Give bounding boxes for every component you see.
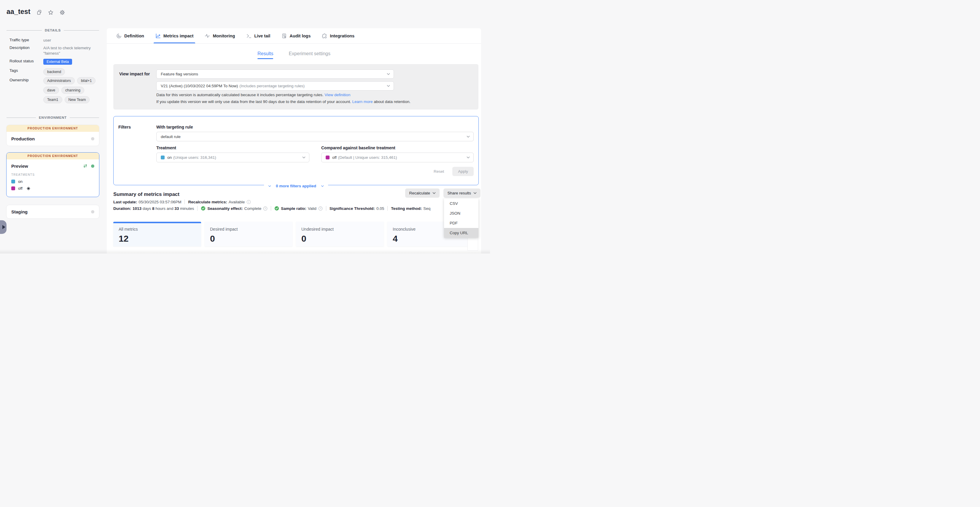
version-calculation-note: Data for this version is automatically c… (156, 92, 350, 97)
recalculate-button[interactable]: Recalculate (405, 188, 439, 198)
favorite-button[interactable] (48, 10, 53, 15)
description-row: Description A/A test to check telemetry … (10, 45, 98, 56)
version-note: (Includes percentage targeting rules) (239, 84, 305, 88)
apply-button[interactable]: Apply (452, 167, 474, 176)
owner-chip[interactable]: Administrators (43, 77, 75, 84)
chevron-down-icon (302, 156, 305, 158)
copy-name-button[interactable] (37, 10, 42, 15)
tags-row: Tags backend (10, 68, 65, 75)
environment-name: Production (11, 136, 91, 141)
summary-stats-row-2: Duration: 1013 days 8 hours and 33 minut… (113, 206, 430, 211)
owner-chip[interactable]: New Team (65, 96, 90, 103)
chevron-down-icon (387, 85, 390, 87)
baseline-label: Compared against baseline treatment (321, 145, 395, 150)
summary-stats-row-1: Last update: 05/30/2025 03:57:06PM Recal… (113, 199, 251, 204)
check-circle-icon (274, 206, 279, 211)
baseline-dropdown[interactable]: off (Default | Unique users: 315,461) (321, 153, 474, 163)
caret-right-icon (2, 225, 5, 229)
metric-card-desired-impact[interactable]: Desired impact 0 (205, 222, 293, 246)
impact-scope-dropdown[interactable]: Feature flag versions (156, 69, 394, 79)
details-heading-text: DETAILS (45, 29, 61, 32)
tab-metrics-impact[interactable]: Metrics impact (156, 28, 194, 43)
treatment-off-swatch (326, 156, 329, 159)
testing-method-value: Seq (423, 206, 430, 211)
tab-monitoring[interactable]: Monitoring (205, 28, 235, 43)
treatment-off-row: off (6, 185, 99, 192)
environment-card-preview[interactable]: PRODUCTION ENVIRONMENT Preview TREATMENT… (6, 152, 99, 197)
chevron-down-icon (387, 73, 390, 75)
targeting-rule-value: default rule (161, 134, 181, 139)
seasonality-label: Seasonality effect: (207, 206, 243, 211)
menu-scroll-remnant (468, 238, 478, 250)
rollout-status-badge: External Beta (43, 59, 72, 65)
treatment-dropdown[interactable]: on (Unique users: 316,341) (156, 153, 309, 163)
summary-title: Summary of metrics impact (113, 191, 180, 198)
tab-label: Live tail (254, 33, 270, 38)
view-definition-link[interactable]: View definition (325, 92, 350, 97)
learn-more-link[interactable]: Learn more (352, 99, 372, 104)
reset-button[interactable]: Reset (434, 169, 444, 174)
view-impact-label: View impact for (119, 72, 150, 76)
environment-card-production[interactable]: PRODUCTION ENVIRONMENT Production (6, 125, 99, 146)
treatment-off-label: off (18, 186, 22, 191)
tab-live-tail[interactable]: Live tail (246, 28, 270, 43)
version-value: V21 (Active) (10/03/2022 04:59PM To Now) (161, 84, 238, 88)
more-filters-toggle[interactable]: 0 more filters applied (264, 184, 328, 188)
tab-audit-logs[interactable]: Audit logs (282, 28, 310, 43)
impact-scope-value: Feature flag versions (161, 72, 198, 76)
production-environment-banner: PRODUCTION ENVIRONMENT (6, 125, 99, 132)
status-dot (91, 137, 94, 140)
subtab-results[interactable]: Results (258, 51, 273, 59)
description-value: A/A test to check telemetry "fairness" (43, 45, 98, 56)
production-environment-banner: PRODUCTION ENVIRONMENT (6, 153, 99, 159)
treatment-off-swatch (11, 187, 15, 190)
environment-heading-text: ENVIRONMENT (39, 116, 67, 120)
treatment-value: on (167, 155, 172, 160)
chevron-down-icon (466, 156, 470, 158)
metric-summary-cards: All metrics 12 Desired impact 0 Undesire… (113, 222, 475, 246)
environment-card-staging[interactable]: Staging (6, 205, 99, 219)
status-dot (91, 210, 94, 214)
owner-chip[interactable]: channing (61, 87, 84, 94)
seasonality-value: Complete (244, 206, 262, 211)
baseline-value: off (332, 155, 337, 160)
subtab-experiment-settings[interactable]: Experiment settings (289, 51, 331, 59)
copy-icon (37, 10, 42, 15)
menu-item-json[interactable]: JSON (444, 208, 479, 218)
environment-section-heading: ENVIRONMENT (6, 116, 99, 120)
version-dropdown[interactable]: V21 (Active) (10/03/2022 04:59PM To Now)… (156, 81, 394, 91)
view-impact-panel: View impact for Feature flag versions V2… (113, 64, 479, 110)
targeting-rule-dropdown[interactable]: default rule (156, 132, 474, 141)
definition-icon (116, 33, 122, 38)
chevron-down-icon (268, 185, 271, 187)
check-circle-icon (201, 206, 205, 211)
tab-label: Audit logs (290, 33, 310, 38)
default-treatment-asterisk-icon (27, 187, 30, 190)
menu-item-copy-url[interactable]: Copy URL (444, 228, 479, 238)
menu-item-csv[interactable]: CSV (444, 199, 479, 208)
status-dot-active (91, 164, 94, 168)
owner-chip[interactable]: dave (43, 87, 59, 94)
filters-label: Filters (118, 125, 131, 129)
settings-button[interactable] (60, 10, 65, 15)
rollout-status-row: Rollout status External Beta (10, 59, 72, 65)
tab-integrations[interactable]: Integrations (322, 28, 355, 43)
sample-ratio-label: Sample ratio: (281, 206, 306, 211)
info-icon (247, 200, 251, 204)
metric-card-all-metrics[interactable]: All metrics 12 (113, 222, 201, 246)
significance-threshold-label: Significance Threshold: (329, 206, 375, 211)
metrics-impact-icon (156, 33, 161, 38)
owner-chip[interactable]: bilal+1 (77, 77, 96, 84)
menu-item-pdf[interactable]: PDF (444, 218, 479, 228)
owner-chip[interactable]: Team1 (43, 96, 62, 103)
treatments-heading: TREATMENTS (6, 172, 99, 178)
tab-definition[interactable]: Definition (116, 28, 144, 43)
traffic-type-label: Traffic type (10, 38, 43, 43)
sidebar-expand-handle[interactable] (0, 220, 6, 234)
chevron-down-icon (433, 192, 436, 194)
sync-arrows-icon (83, 164, 88, 168)
share-results-button[interactable]: Share results (444, 188, 480, 198)
metric-card-undesired-impact[interactable]: Undesired impact 0 (296, 222, 384, 246)
svg-text:?: ? (265, 207, 266, 210)
tag-chip[interactable]: backend (43, 68, 65, 75)
